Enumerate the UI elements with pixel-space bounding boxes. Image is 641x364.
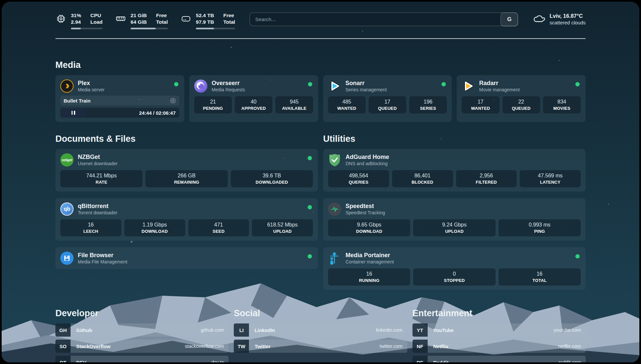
overseerr-card[interactable]: Overseerr Media Requests 21PENDING 40APP… [189, 75, 318, 122]
qbittorrent-stat-seed: 471SEED [188, 219, 249, 236]
utilities-column: Utilities [323, 122, 586, 290]
plex-card[interactable]: Plex Media server Bullet Train 24:44 / 0… [55, 75, 184, 122]
bookmark-twitter[interactable]: TW Twitter twitter.com [234, 340, 407, 353]
cpu-load-label: Load [90, 19, 103, 25]
nzbget-card[interactable]: nzbget NZBGet Usenet downloader 744.21 M… [55, 149, 318, 192]
sonarr-subtitle: Series management [346, 87, 387, 93]
linkedin-badge: LI [234, 323, 249, 337]
cpu-usage-label: CPU [90, 12, 103, 19]
pause-button[interactable] [60, 108, 86, 118]
developer-bookmarks: Developer GH Github github.com SO StackO… [55, 308, 229, 362]
qbittorrent-stat-download: 1.19 GbpsDOWNLOAD [124, 219, 185, 236]
sonarr-card[interactable]: Sonarr Series management 485WANTED 17QUE… [323, 75, 452, 122]
radarr-stat-wanted: 17WANTED [462, 96, 499, 113]
qbittorrent-card[interactable]: qb qBittorrent Torrent downloader 16LEEC… [55, 198, 318, 241]
memory-total-label: Total [156, 19, 168, 25]
qbittorrent-subtitle: Torrent downloader [78, 210, 117, 216]
qbittorrent-icon: qb [60, 202, 74, 216]
cloud-icon [533, 13, 545, 25]
overseerr-subtitle: Media Requests [212, 87, 245, 93]
filebrowser-card[interactable]: File Browser Media File Management [55, 247, 318, 269]
portainer-icon [328, 252, 341, 265]
nzbget-title: NZBGet [78, 153, 118, 161]
adguard-card[interactable]: AdGuard Home DNS and adblocking 498,564Q… [323, 149, 586, 192]
memory-progress-bar [131, 28, 168, 29]
entertainment-bookmarks: Entertainment YT YouTube youtube.com NF … [412, 308, 586, 362]
radarr-stat-movies: 834MOVIES [543, 96, 581, 113]
reddit-badge: RE [412, 356, 428, 362]
social-bookmarks: Social LI LinkedIn linkedin.com TW Twitt… [234, 308, 407, 356]
plex-now-playing: Bullet Train [60, 96, 179, 106]
portainer-stat-running: 16RUNNING [328, 268, 410, 286]
qbittorrent-stat-upload: 618.52 MbpsUPLOAD [252, 219, 313, 236]
adguard-stat-filtered: 2,956FILTERED [456, 170, 517, 187]
speedtest-title: Speedtest [346, 202, 385, 210]
speedtest-subtitle: Speedtest Tracking [346, 210, 385, 216]
memory-total-value: 64 GiB [131, 19, 147, 25]
radarr-stat-queued: 22QUEUED [503, 96, 540, 113]
sonarr-title: Sonarr [346, 79, 387, 87]
section-title-social: Social [234, 308, 407, 318]
cpu-progress-bar [71, 28, 103, 29]
plex-now-playing-title: Bullet Train [64, 98, 91, 104]
section-title-documents: Documents & Files [55, 134, 318, 144]
adguard-stat-queries: 498,564QUERIES [328, 170, 389, 187]
qbittorrent-title: qBittorrent [78, 202, 117, 210]
disk-widget: 52.4 TB Free 97.9 TB Total [180, 12, 235, 29]
section-title-utilities: Utilities [323, 134, 586, 144]
disk-icon [180, 12, 192, 25]
speedtest-icon [328, 202, 341, 216]
search-input[interactable] [250, 13, 501, 26]
disk-total-label: Total [223, 19, 235, 25]
speedtest-card[interactable]: Speedtest Speedtest Tracking 9.65 GbpsDO… [323, 198, 586, 241]
settings-icon[interactable] [170, 98, 176, 104]
radarr-card[interactable]: Radarr Movie management 17WANTED 22QUEUE… [457, 75, 586, 122]
sonarr-stat-series: 196SERIES [409, 96, 447, 113]
adguard-stat-blocked: 86,401BLOCKED [392, 170, 453, 187]
radarr-status-dot [575, 82, 580, 86]
bookmark-github[interactable]: GH Github github.com [55, 323, 229, 337]
bookmark-linkedin[interactable]: LI LinkedIn linkedin.com [234, 323, 407, 337]
qbittorrent-stat-leech: 16LEECH [60, 219, 121, 236]
speedtest-stat-upload: 9.24 GbpsUPLOAD [413, 219, 495, 236]
plex-icon [60, 79, 74, 93]
overseerr-icon [194, 79, 207, 93]
weather-location-temp: Lviv, 16.87°C [550, 13, 586, 19]
section-title-developer: Developer [55, 308, 229, 318]
cpu-usage-value: 31% [71, 12, 81, 19]
netflix-badge: NF [412, 340, 428, 353]
portainer-card[interactable]: Media Portainer Container management 16R… [323, 247, 586, 290]
bookmark-reddit[interactable]: RE Reddit reddit.com [412, 356, 586, 362]
overseerr-stat-approved: 40APPROVED [235, 96, 272, 113]
adguard-subtitle: DNS and adblocking [346, 161, 389, 167]
portainer-title: Media Portainer [346, 252, 394, 259]
radarr-title: Radarr [479, 79, 520, 87]
plex-progress-bar[interactable]: 24:44 / 02:06:47 [60, 108, 179, 118]
radarr-subtitle: Movie management [479, 87, 520, 93]
nzbget-stat-downloaded: 39.6 TBDOWNLOADED [231, 170, 313, 187]
search-engine-button[interactable]: G [501, 13, 518, 26]
sonarr-icon [328, 79, 341, 93]
portainer-stat-total: 16TOTAL [499, 268, 581, 286]
nzbget-icon: nzbget [60, 153, 74, 167]
filebrowser-title: File Browser [78, 252, 127, 259]
search-bar: G [250, 13, 518, 26]
bookmark-netflix[interactable]: NF Netflix netflix.com [412, 340, 586, 353]
memory-free-value: 21 GiB [131, 12, 147, 19]
disk-free-value: 52.4 TB [196, 12, 214, 19]
weather-widget[interactable]: Lviv, 16.87°C scattered clouds [533, 13, 586, 26]
section-title-entertainment: Entertainment [412, 308, 586, 318]
cpu-icon [55, 12, 67, 25]
cpu-widget: 31% CPU 2.94 Load [55, 12, 103, 29]
nzbget-status-dot [308, 156, 312, 160]
portainer-status-dot [575, 254, 580, 258]
bookmark-youtube[interactable]: YT YouTube youtube.com [412, 323, 586, 337]
nzbget-stat-rate: 744.21 MbpsRATE [60, 170, 142, 187]
disk-progress-bar [196, 28, 235, 29]
bookmark-dev[interactable]: DT DEV dev.to [55, 356, 229, 362]
weather-condition: scattered clouds [550, 19, 586, 26]
header-divider [55, 38, 586, 39]
speedtest-stat-ping: 0.993 msPING [499, 219, 581, 236]
bookmark-stackoverflow[interactable]: SO StackOverflow stackoverflow.com [55, 340, 229, 353]
plex-title: Plex [78, 79, 105, 87]
